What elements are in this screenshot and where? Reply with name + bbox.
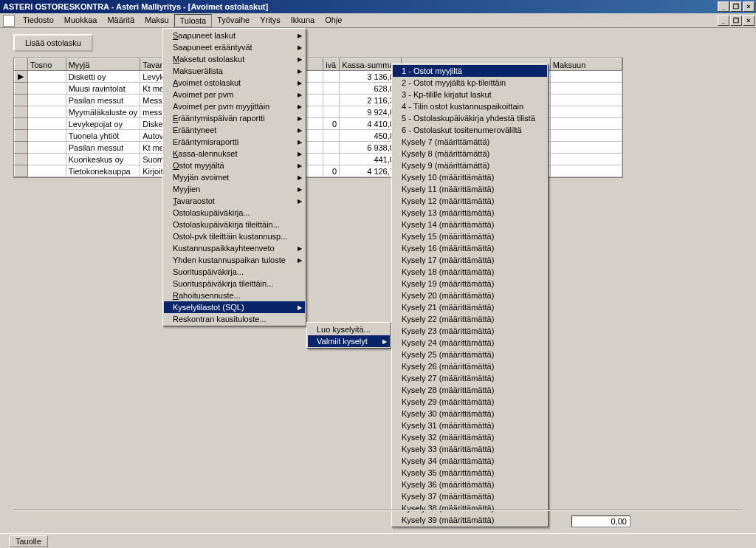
menu-työvaihe[interactable]: Työvaihe bbox=[212, 14, 255, 27]
menu-item[interactable]: Kysely 20 (määrittämättä) bbox=[393, 290, 547, 301]
kyselytilastot-submenu: Luo kyselyitä...Valmiit kyselyt▶ bbox=[306, 322, 391, 349]
menu-item[interactable]: Kysely 13 (määrittämättä) bbox=[393, 207, 547, 219]
menu-item[interactable]: Saapuneet laskut▶ bbox=[164, 30, 305, 41]
menu-item[interactable]: Kustannuspaikkayhteenveto▶ bbox=[164, 242, 305, 254]
menu-item[interactable]: Kysely 23 (määrittämättä) bbox=[393, 325, 547, 337]
menu-item[interactable]: Maksuerälista▶ bbox=[164, 65, 305, 77]
menu-item[interactable]: Kysely 22 (määrittämättä) bbox=[393, 313, 547, 325]
separator bbox=[13, 510, 743, 511]
menu-ikkuna[interactable]: Ikkuna bbox=[286, 14, 320, 27]
menu-item[interactable]: Kysely 15 (määrittämättä) bbox=[393, 230, 547, 242]
menu-item[interactable]: Kysely 38 (määrittämättä) bbox=[393, 502, 547, 514]
menu-item[interactable]: Kysely 11 (määrittämättä) bbox=[393, 183, 547, 195]
tulosta-menu: Saapuneet laskut▶Saapuneet erääntyvät▶Ma… bbox=[162, 28, 306, 326]
window-title: ASTERI OSTORESKONTRA - Asteri Malliyrity… bbox=[1, 2, 718, 11]
menu-item[interactable]: Yhden kustannuspaikan tuloste▶ bbox=[164, 254, 305, 266]
menu-item[interactable]: 2 - Ostot myyjältä kp-tileittäin bbox=[393, 77, 547, 89]
total-box: 0,00 bbox=[571, 516, 630, 527]
menu-item[interactable]: 6 - Ostolaskut tositenumeroväliltä bbox=[393, 124, 547, 136]
menu-item[interactable]: Kyselytilastot (SQL)▶ bbox=[164, 301, 305, 313]
menu-item[interactable]: Kysely 27 (määrittämättä) bbox=[393, 372, 547, 384]
menu-item[interactable]: Ostolaskupäiväkirja... bbox=[164, 207, 305, 219]
menu-item[interactable]: Ostot myyjältä▶ bbox=[164, 160, 305, 171]
status-bar: Tauolle bbox=[0, 533, 756, 548]
menu-item[interactable]: Kysely 37 (määrittämättä) bbox=[393, 490, 547, 502]
menu-item[interactable]: Kysely 10 (määrittämättä) bbox=[393, 171, 547, 183]
menu-item[interactable]: Tavaraostot▶ bbox=[164, 195, 305, 207]
menu-item[interactable]: Kysely 24 (määrittämättä) bbox=[393, 337, 547, 349]
menu-bar: TiedostoMuokkaaMääritäMaksuTulostaTyövai… bbox=[0, 13, 756, 28]
mdi-close-button[interactable]: × bbox=[743, 16, 755, 26]
app-icon bbox=[3, 15, 15, 27]
menu-item[interactable]: Rahoitusennuste... bbox=[164, 290, 305, 301]
menu-muokkaa[interactable]: Muokkaa bbox=[59, 14, 103, 27]
menu-item[interactable]: Kysely 35 (määrittämättä) bbox=[393, 467, 547, 479]
menu-item[interactable]: Kysely 29 (määrittämättä) bbox=[393, 396, 547, 408]
column-header[interactable]: Maksuun bbox=[550, 59, 622, 71]
menu-item[interactable]: Kysely 31 (määrittämättä) bbox=[393, 419, 547, 431]
mdi-controls: _ ❐ × bbox=[718, 16, 755, 26]
menu-item[interactable]: Kysely 7 (määrittämättä) bbox=[393, 136, 547, 148]
menu-item[interactable]: Myyjien▶ bbox=[164, 183, 305, 195]
menu-item[interactable]: Kysely 9 (määrittämättä) bbox=[393, 160, 547, 171]
menu-määritä[interactable]: Määritä bbox=[102, 14, 140, 27]
menu-item[interactable]: Kysely 32 (määrittämättä) bbox=[393, 431, 547, 443]
menu-item[interactable]: Kysely 28 (määrittämättä) bbox=[393, 384, 547, 396]
menu-item[interactable]: Kysely 30 (määrittämättä) bbox=[393, 408, 547, 419]
column-header[interactable]: ivä bbox=[323, 59, 340, 71]
menu-item[interactable]: Reskontran kausituloste... bbox=[164, 313, 305, 325]
menu-item[interactable]: Kysely 18 (määrittämättä) bbox=[393, 266, 547, 278]
menu-item[interactable]: Erääntymisraportti▶ bbox=[164, 136, 305, 148]
column-header[interactable]: Myyjä bbox=[66, 59, 140, 71]
menu-item[interactable]: Myyjän avoimet▶ bbox=[164, 171, 305, 183]
menu-item[interactable]: Kysely 25 (määrittämättä) bbox=[393, 349, 547, 360]
maximize-button[interactable]: ❐ bbox=[730, 1, 742, 12]
menu-item[interactable]: Avoimet ostolaskut▶ bbox=[164, 77, 305, 89]
menu-item[interactable]: Kysely 33 (määrittämättä) bbox=[393, 443, 547, 455]
menu-item[interactable]: Kysely 26 (määrittämättä) bbox=[393, 360, 547, 372]
menu-tiedosto[interactable]: Tiedosto bbox=[18, 14, 59, 27]
menu-item[interactable]: Suorituspäiväkirja... bbox=[164, 266, 305, 278]
title-bar: ASTERI OSTORESKONTRA - Asteri Malliyrity… bbox=[0, 0, 756, 13]
menu-item[interactable]: 3 - Kp-tilille kirjatut laskut bbox=[393, 89, 547, 100]
menu-item[interactable]: Kysely 14 (määrittämättä) bbox=[393, 219, 547, 230]
menu-item[interactable]: Saapuneet erääntyvät▶ bbox=[164, 41, 305, 53]
window-controls: _ ❐ × bbox=[718, 1, 755, 12]
close-button[interactable]: × bbox=[743, 1, 755, 12]
column-header[interactable]: Tosno bbox=[27, 59, 66, 71]
menu-item[interactable]: Avoimet per pvm▶ bbox=[164, 89, 305, 100]
menu-item[interactable]: Kysely 16 (määrittämättä) bbox=[393, 242, 547, 254]
toolbar: Lisää ostolasku bbox=[0, 28, 756, 58]
tauolle-button[interactable]: Tauolle bbox=[9, 535, 48, 547]
menu-ohje[interactable]: Ohje bbox=[320, 14, 347, 27]
menu-item[interactable]: Maksetut ostolaskut▶ bbox=[164, 53, 305, 65]
menu-item[interactable]: Valmiit kyselyt▶ bbox=[308, 335, 390, 347]
menu-item[interactable]: 4 - Tilin ostot kustannuspaikoittain bbox=[393, 100, 547, 112]
menu-yritys[interactable]: Yritys bbox=[255, 14, 286, 27]
menu-item[interactable]: Kysely 34 (määrittämättä) bbox=[393, 455, 547, 467]
menu-item[interactable]: Erääntymispäivän raportti▶ bbox=[164, 112, 305, 124]
minimize-button[interactable]: _ bbox=[718, 1, 729, 12]
mdi-restore-button[interactable]: ❐ bbox=[730, 16, 742, 26]
menu-item[interactable]: Avoimet per pvm myyjittäin▶ bbox=[164, 100, 305, 112]
menu-item[interactable]: 5 - Ostolaskupäiväkirja yhdestä tilistä bbox=[393, 112, 547, 124]
add-invoice-button[interactable]: Lisää ostolasku bbox=[13, 34, 93, 52]
menu-item[interactable]: Kysely 8 (määrittämättä) bbox=[393, 148, 547, 160]
menu-item[interactable]: Luo kyselyitä... bbox=[308, 323, 390, 335]
menu-item[interactable]: Suorituspäiväkirja tileittäin... bbox=[164, 278, 305, 290]
menu-item[interactable]: Kysely 12 (määrittämättä) bbox=[393, 195, 547, 207]
menu-item[interactable]: Erääntyneet▶ bbox=[164, 124, 305, 136]
mdi-minimize-button[interactable]: _ bbox=[718, 16, 729, 26]
menu-item[interactable]: Kysely 19 (määrittämättä) bbox=[393, 278, 547, 290]
menu-item[interactable]: Kassa-alennukset▶ bbox=[164, 148, 305, 160]
menu-item[interactable]: Kysely 21 (määrittämättä) bbox=[393, 301, 547, 313]
menu-item[interactable]: Kysely 17 (määrittämättä) bbox=[393, 254, 547, 266]
menu-item[interactable]: Kysely 36 (määrittämättä) bbox=[393, 479, 547, 490]
valmiit-kyselyt-submenu: 1 - Ostot myyjiltä2 - Ostot myyjältä kp-… bbox=[391, 64, 549, 527]
menu-item[interactable]: 1 - Ostot myyjiltä bbox=[393, 65, 547, 77]
menu-maksu[interactable]: Maksu bbox=[140, 14, 173, 27]
menu-item[interactable]: Kysely 39 (määrittämättä) bbox=[393, 514, 547, 526]
menu-item[interactable]: Ostolaskupäiväkirja tileittäin... bbox=[164, 219, 305, 230]
menu-item[interactable]: Ostol-pvk tileittäin kustannusp... bbox=[164, 230, 305, 242]
menu-tulosta[interactable]: Tulosta bbox=[174, 14, 213, 27]
